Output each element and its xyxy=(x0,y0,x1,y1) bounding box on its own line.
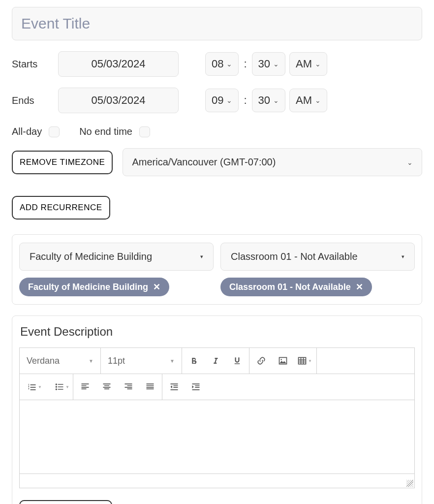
svg-point-2 xyxy=(56,383,57,385)
font-size-select[interactable]: 11pt ▼ xyxy=(102,352,181,370)
toolbar-row-1: Verdana ▼ 11pt ▼ xyxy=(20,348,414,374)
underline-button[interactable] xyxy=(226,351,248,371)
underline-icon xyxy=(233,356,242,365)
caret-down-icon: ▼ xyxy=(65,385,69,389)
align-right-icon xyxy=(124,382,133,392)
table-button[interactable]: ▼ xyxy=(294,351,315,371)
starts-time-group: 08 ⌄ : 30 ⌄ AM ⌄ xyxy=(205,52,327,76)
checkbox-row: All-day No end time xyxy=(12,126,422,137)
timezone-select[interactable]: America/Vancouver (GMT-07:00) ⌄ xyxy=(123,148,422,176)
font-size-value: 11pt xyxy=(108,356,125,366)
featured-row: FEATURED IMAGE xyxy=(19,500,415,504)
room-select[interactable]: Classroom 01 - Not Available ▾ xyxy=(220,243,415,271)
outdent-icon xyxy=(169,382,179,392)
align-group xyxy=(73,374,162,400)
chevron-down-icon: ⌄ xyxy=(315,96,321,104)
ends-ampm-value: AM xyxy=(296,94,312,107)
building-chip[interactable]: Faculty of Medicine Building ✕ xyxy=(19,278,169,296)
link-icon xyxy=(256,356,266,366)
unordered-list-icon xyxy=(55,382,64,392)
room-chip-label: Classroom 01 - Not Available xyxy=(229,282,351,292)
ends-minute-select[interactable]: 30 ⌄ xyxy=(252,89,285,112)
link-button[interactable] xyxy=(250,351,272,371)
event-title-input[interactable] xyxy=(12,7,422,40)
chevron-down-icon: ⌄ xyxy=(273,60,279,68)
starts-date-input[interactable] xyxy=(58,51,179,77)
caret-down-icon: ▼ xyxy=(89,358,93,364)
editor-content-area[interactable] xyxy=(20,400,414,474)
indent-group xyxy=(162,374,208,400)
ends-date-input[interactable] xyxy=(58,88,179,113)
align-right-button[interactable] xyxy=(118,377,139,397)
noend-checkbox[interactable] xyxy=(139,126,150,137)
align-justify-icon xyxy=(145,382,155,392)
allday-label: All-day xyxy=(12,126,42,137)
size-group: 11pt ▼ xyxy=(101,348,182,374)
font-family-select[interactable]: Verdana ▼ xyxy=(21,352,99,370)
chevron-down-icon: ⌄ xyxy=(226,60,232,68)
recurrence-row: ADD RECURRENCE xyxy=(12,196,422,220)
align-justify-button[interactable] xyxy=(139,377,161,397)
font-family-value: Verdana xyxy=(27,356,60,366)
outdent-button[interactable] xyxy=(163,377,185,397)
starts-minute-select[interactable]: 30 ⌄ xyxy=(252,52,285,76)
list-group: ▼ ▼ xyxy=(20,374,73,400)
resize-handle[interactable] xyxy=(406,480,413,487)
ordered-list-button[interactable]: ▼ xyxy=(25,377,44,397)
ordered-list-icon xyxy=(27,382,37,392)
starts-ampm-select[interactable]: AM ⌄ xyxy=(289,52,327,76)
close-icon: ✕ xyxy=(153,282,160,292)
align-left-button[interactable] xyxy=(74,377,96,397)
noend-label: No end time xyxy=(79,126,132,137)
starts-hour-select[interactable]: 08 ⌄ xyxy=(205,52,239,76)
indent-icon xyxy=(191,382,201,392)
starts-row: Starts 08 ⌄ : 30 ⌄ AM ⌄ xyxy=(12,51,422,77)
starts-hour-value: 08 xyxy=(212,58,223,70)
svg-point-3 xyxy=(56,386,57,387)
ends-label: Ends xyxy=(12,95,46,106)
align-center-button[interactable] xyxy=(96,377,118,397)
font-group: Verdana ▼ xyxy=(20,348,101,374)
remove-timezone-button[interactable]: REMOVE TIMEZONE xyxy=(12,151,113,174)
featured-image-button[interactable]: FEATURED IMAGE xyxy=(19,500,112,504)
bold-icon xyxy=(189,356,198,365)
building-select[interactable]: Faculty of Medicine Building ▾ xyxy=(19,243,214,271)
insert-group: ▼ xyxy=(249,348,317,374)
ends-row: Ends 09 ⌄ : 30 ⌄ AM ⌄ xyxy=(12,88,422,113)
ends-ampm-select[interactable]: AM ⌄ xyxy=(289,89,327,112)
bold-button[interactable] xyxy=(183,351,205,371)
building-select-value: Faculty of Medicine Building xyxy=(30,251,152,262)
building-chip-label: Faculty of Medicine Building xyxy=(28,282,148,292)
room-select-value: Classroom 01 - Not Available xyxy=(231,251,358,262)
ends-time-group: 09 ⌄ : 30 ⌄ AM ⌄ xyxy=(205,89,327,112)
align-center-icon xyxy=(102,382,112,392)
description-panel: Event Description Verdana ▼ 11pt ▼ xyxy=(12,315,422,504)
starts-minute-value: 30 xyxy=(258,58,270,70)
time-colon: : xyxy=(243,58,248,70)
location-selects: Faculty of Medicine Building ▾ Classroom… xyxy=(19,243,415,271)
room-chip[interactable]: Classroom 01 - Not Available ✕ xyxy=(220,278,372,296)
chevron-down-icon: ⌄ xyxy=(315,60,321,68)
toolbar-row-2: ▼ ▼ xyxy=(20,374,414,400)
editor-footer xyxy=(20,474,414,488)
caret-down-icon: ▾ xyxy=(402,253,404,260)
noend-item: No end time xyxy=(79,126,150,137)
caret-down-icon: ▼ xyxy=(170,358,175,364)
unordered-list-button[interactable]: ▼ xyxy=(52,377,72,397)
ends-minute-value: 30 xyxy=(258,94,270,107)
location-chips: Faculty of Medicine Building ✕ Classroom… xyxy=(19,278,415,296)
caret-down-icon: ▼ xyxy=(308,359,312,363)
svg-point-1 xyxy=(280,359,282,360)
format-group xyxy=(182,348,249,374)
location-panel: Faculty of Medicine Building ▾ Classroom… xyxy=(12,234,422,305)
timezone-value: America/Vancouver (GMT-07:00) xyxy=(132,157,276,168)
ends-hour-select[interactable]: 09 ⌄ xyxy=(205,89,239,112)
caret-down-icon: ▼ xyxy=(38,385,42,389)
allday-checkbox[interactable] xyxy=(49,126,60,137)
indent-button[interactable] xyxy=(185,377,207,397)
add-recurrence-button[interactable]: ADD RECURRENCE xyxy=(12,196,110,220)
italic-button[interactable] xyxy=(205,351,226,371)
chevron-down-icon: ⌄ xyxy=(273,96,279,104)
image-button[interactable] xyxy=(272,351,294,371)
italic-icon xyxy=(211,356,220,365)
